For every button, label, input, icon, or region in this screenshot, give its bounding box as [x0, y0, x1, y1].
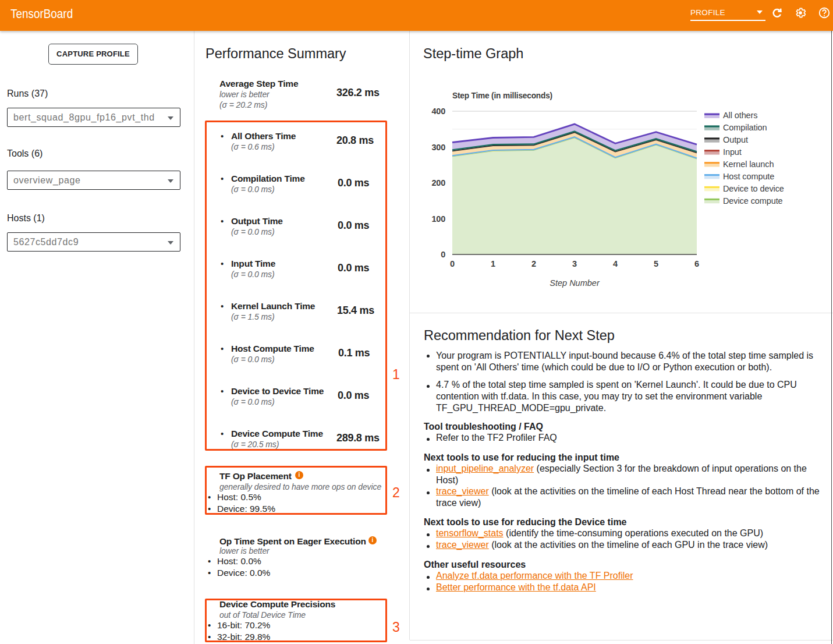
svg-text:4: 4 [613, 259, 618, 268]
svg-text:Kernel launch: Kernel launch [723, 160, 774, 169]
svg-text:2: 2 [531, 259, 536, 268]
svg-text:6: 6 [694, 259, 699, 268]
svg-text:Output: Output [723, 135, 748, 144]
svg-text:0: 0 [450, 259, 455, 268]
svg-text:300: 300 [431, 143, 445, 152]
svg-text:Device compute: Device compute [723, 196, 783, 206]
svg-text:400: 400 [431, 107, 445, 116]
svg-text:0: 0 [441, 250, 445, 259]
svg-text:Device to device: Device to device [723, 184, 784, 193]
svg-text:Host compute: Host compute [723, 172, 774, 181]
svg-text:1: 1 [491, 259, 495, 268]
svg-text:Input: Input [723, 147, 742, 157]
svg-text:5: 5 [654, 259, 658, 268]
svg-text:Step Number: Step Number [550, 278, 600, 288]
svg-text:Compilation: Compilation [723, 123, 767, 132]
svg-text:Step Time (in milliseconds): Step Time (in milliseconds) [452, 90, 552, 100]
svg-text:3: 3 [572, 259, 577, 268]
svg-text:100: 100 [431, 214, 445, 224]
svg-text:All others: All others [723, 111, 757, 120]
svg-text:200: 200 [431, 178, 445, 187]
